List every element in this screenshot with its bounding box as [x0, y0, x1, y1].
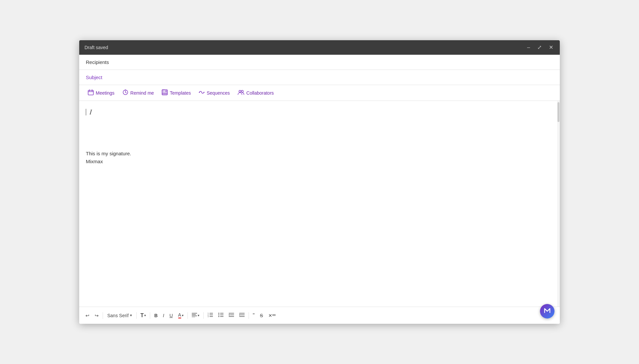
remind-me-icon: [122, 89, 128, 97]
unordered-list-button[interactable]: [216, 311, 226, 320]
svg-text:3.: 3.: [208, 316, 209, 317]
indent-increase-button[interactable]: [237, 311, 247, 320]
close-button[interactable]: ✕: [548, 44, 555, 51]
signature-area: This is my signature. Mixmax: [86, 150, 553, 166]
svg-rect-10: [162, 90, 164, 92]
templates-icon: [162, 89, 168, 97]
italic-button[interactable]: I: [161, 311, 167, 320]
cursor-line: 𝐼: [86, 107, 553, 117]
svg-point-32: [218, 313, 219, 314]
minimize-button[interactable]: –: [526, 44, 531, 51]
formatting-bar: ↩ ↪ Sans Serif ▾ T ▾ B I U A: [79, 307, 560, 324]
indent-decrease-button[interactable]: [226, 311, 236, 320]
svg-point-15: [199, 92, 200, 93]
collaborators-button[interactable]: Collaborators: [234, 87, 277, 99]
font-family-value: Sans Serif: [107, 313, 129, 318]
remind-me-label: Remind me: [130, 90, 154, 96]
redo-icon: ↪: [95, 313, 99, 318]
svg-point-17: [239, 90, 241, 92]
collaborators-icon: [238, 89, 244, 97]
font-family-selector[interactable]: Sans Serif ▾: [105, 312, 135, 319]
unordered-list-icon: [218, 313, 223, 318]
ordered-list-button[interactable]: 1. 2. 3.: [205, 311, 215, 320]
i-beam-cursor: 𝐼: [89, 108, 92, 116]
bold-icon: B: [154, 313, 157, 318]
window-controls: – ⤢ ✕: [526, 44, 555, 51]
strikethrough-icon: S: [260, 313, 263, 318]
underline-icon: U: [169, 313, 173, 318]
signature-line2: Mixmax: [86, 158, 553, 166]
indent-decrease-icon: [229, 313, 234, 318]
align-chevron: ▾: [198, 314, 199, 317]
subject-row[interactable]: Subject: [79, 70, 560, 85]
bold-button[interactable]: B: [152, 311, 160, 320]
separator-6: [249, 312, 249, 319]
svg-rect-0: [88, 90, 93, 95]
font-color-icon: A: [178, 312, 181, 318]
font-color-letter: A: [178, 312, 181, 318]
separator-4: [187, 312, 188, 319]
meetings-label: Meetings: [96, 90, 115, 96]
scrollbar-thumb[interactable]: [557, 102, 559, 122]
sequences-button[interactable]: Sequences: [195, 87, 233, 99]
align-icon: [192, 313, 197, 318]
font-color-chevron: ▾: [182, 314, 184, 317]
indent-increase-icon: [239, 313, 245, 318]
clear-format-icon: ✕: [268, 313, 272, 318]
collaborators-label: Collaborators: [246, 90, 274, 96]
svg-point-33: [218, 315, 219, 316]
templates-button[interactable]: Templates: [158, 87, 194, 99]
text-cursor: [86, 109, 86, 115]
italic-icon: I: [163, 313, 164, 318]
resize-button[interactable]: ⤢: [536, 44, 543, 51]
blockquote-button[interactable]: ": [251, 311, 257, 320]
strikethrough-button[interactable]: S: [258, 311, 265, 320]
svg-point-18: [241, 90, 243, 92]
font-size-chevron: ▾: [144, 314, 146, 317]
font-color-button[interactable]: A ▾: [176, 310, 186, 320]
underline-button[interactable]: U: [167, 311, 175, 320]
mixmax-fab-button[interactable]: [540, 304, 555, 318]
redo-button[interactable]: ↪: [92, 311, 101, 320]
signature-line1: This is my signature.: [86, 150, 553, 158]
separator-2: [136, 312, 137, 319]
clear-format-button[interactable]: ✕: [266, 311, 278, 320]
sequences-icon: [199, 89, 205, 97]
separator-3: [150, 312, 150, 319]
svg-line-6: [125, 92, 126, 93]
remind-me-button[interactable]: Remind me: [119, 87, 157, 99]
recipients-row[interactable]: Recipients: [79, 55, 560, 70]
recipients-label: Recipients: [86, 59, 109, 65]
svg-point-34: [218, 316, 219, 317]
sequences-label: Sequences: [207, 90, 230, 96]
color-underline: [178, 318, 181, 318]
mixmax-fab-icon: [543, 307, 551, 316]
font-size-button[interactable]: T ▾: [138, 311, 149, 320]
meetings-button[interactable]: Meetings: [84, 87, 118, 99]
titlebar: Draft saved – ⤢ ✕: [79, 40, 560, 55]
blockquote-icon: ": [253, 313, 255, 318]
subject-label: Subject: [86, 75, 102, 80]
svg-point-16: [204, 92, 205, 93]
clear-format-lines: [272, 314, 276, 318]
font-family-chevron: ▾: [130, 313, 132, 318]
undo-button[interactable]: ↩: [83, 311, 92, 320]
email-body[interactable]: 𝐼 This is my signature. Mixmax: [79, 101, 560, 307]
templates-label: Templates: [170, 90, 191, 96]
separator-1: [103, 312, 103, 319]
meetings-icon: [88, 89, 94, 97]
text-align-button[interactable]: ▾: [189, 311, 202, 320]
font-size-icon: T: [141, 313, 144, 318]
scrollbar-track[interactable]: [557, 101, 560, 307]
compose-window: Draft saved – ⤢ ✕ Recipients Subject Mee…: [79, 40, 560, 324]
email-body-area: 𝐼 This is my signature. Mixmax: [79, 101, 560, 307]
separator-5: [203, 312, 204, 319]
undo-icon: ↩: [85, 313, 89, 318]
ordered-list-icon: 1. 2. 3.: [208, 313, 213, 318]
compose-toolbar: Meetings Remind me: [79, 85, 560, 101]
body-spacer: [86, 117, 553, 136]
draft-status: Draft saved: [84, 45, 108, 50]
